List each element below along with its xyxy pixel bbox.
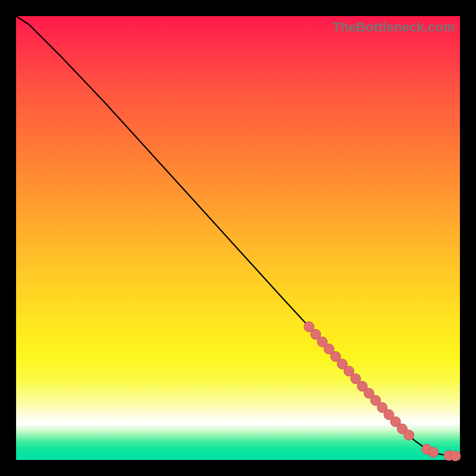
chart-overlay [16,16,460,460]
curve-marker [404,430,414,440]
curve-marker [450,451,461,461]
curve-marker [428,447,439,458]
plot-area: TheBottleneck.com [16,16,460,460]
curve-markers [304,322,461,461]
bottleneck-curve [16,16,460,456]
chart-frame: TheBottleneck.com [0,0,476,476]
